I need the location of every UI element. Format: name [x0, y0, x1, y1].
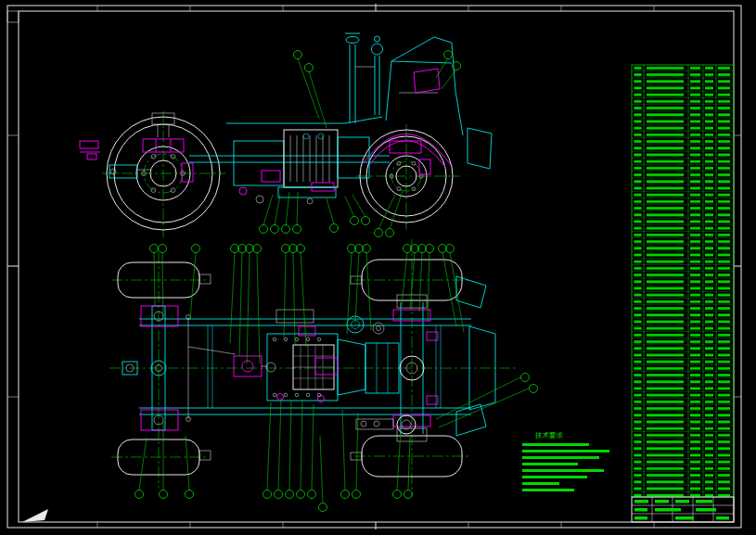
counterweight	[80, 141, 100, 159]
exhaust-stack	[345, 33, 360, 123]
balloon-callout	[159, 245, 167, 253]
balloon-callout	[192, 245, 200, 253]
balloon-callout	[297, 490, 305, 499]
balloon-callout	[521, 374, 530, 382]
sheet-arrow-icon	[22, 509, 48, 522]
balloon-callout	[186, 490, 194, 499]
seat	[414, 69, 440, 93]
note-line	[522, 482, 559, 485]
balloon-callout	[319, 503, 327, 512]
air-cleaner-stack	[355, 36, 383, 115]
balloon-callout	[308, 490, 316, 499]
side-plates	[456, 276, 495, 436]
balloon-callout	[404, 490, 413, 499]
note-line	[522, 450, 609, 452]
balloon-callout	[352, 490, 361, 499]
balloon-callout	[530, 385, 538, 393]
note-line	[522, 443, 589, 446]
balloon-callout	[294, 51, 302, 59]
balloon-callout	[305, 64, 314, 72]
tech-requirements-title: 技术要求	[534, 431, 564, 439]
title-block	[632, 497, 734, 522]
balloon-callout	[341, 490, 350, 499]
note-line	[522, 469, 604, 472]
balloon-callout	[375, 229, 383, 237]
cad-drawing-canvas[interactable]: 技术要求	[0, 0, 756, 535]
balloon-callout	[260, 225, 268, 234]
balloon-callout	[160, 490, 168, 499]
balloon-callout	[351, 217, 359, 225]
balloon-callout	[330, 224, 339, 233]
parts-list-table	[632, 65, 734, 497]
balloon-callouts	[135, 51, 538, 512]
note-line	[522, 463, 578, 465]
front-hitch-side	[109, 165, 150, 178]
balloon-callout	[282, 225, 290, 234]
balloon-callout	[263, 490, 272, 499]
balloon-callout	[271, 225, 279, 234]
plan-view	[109, 239, 518, 497]
balloon-callout	[393, 490, 402, 499]
note-line	[522, 489, 574, 491]
sheet-frame	[7, 4, 741, 529]
balloon-callout	[386, 229, 394, 237]
drawing-sheet: 技术要求	[0, 0, 756, 535]
balloon-callout	[293, 225, 301, 234]
note-line	[522, 456, 599, 459]
balloon-callout	[275, 490, 283, 499]
balloon-callout	[150, 245, 159, 253]
technical-requirements: 技术要求	[522, 431, 609, 491]
engine-assembly-side	[152, 113, 390, 204]
balloon-callout	[286, 490, 294, 499]
cab-frame	[364, 37, 492, 169]
side-view	[80, 33, 492, 237]
balloon-callout	[444, 51, 453, 59]
balloon-callout	[362, 217, 370, 225]
note-line	[522, 476, 587, 478]
balloon-callout	[135, 490, 144, 499]
